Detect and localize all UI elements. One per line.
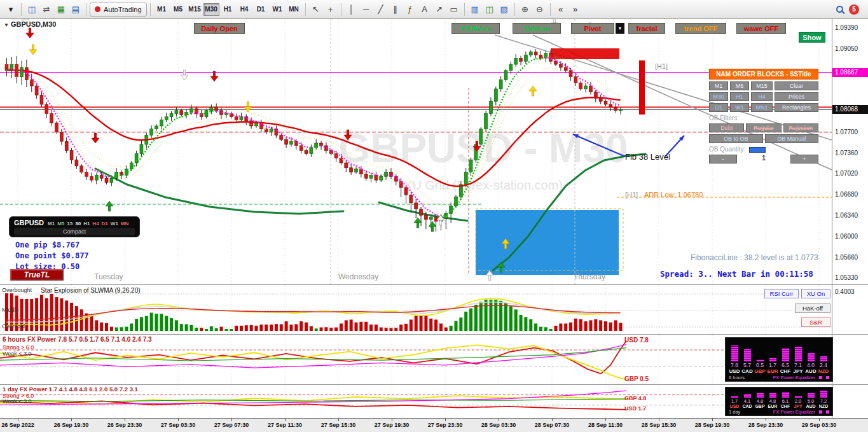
tile-windows-icon[interactable]: ▦ — [54, 3, 68, 17]
vertical-line-icon[interactable]: │ — [345, 3, 359, 17]
chart-button-fractal[interactable]: fractal — [628, 23, 665, 34]
ob-filter-debt-button[interactable]: Debt — [709, 123, 744, 132]
panel1-button-rsi-curr[interactable]: RSI Curr — [764, 289, 799, 298]
indicator3-axis[interactable] — [832, 385, 868, 418]
crosshair-icon[interactable]: ＋ — [324, 3, 338, 17]
timeframe-m30-button[interactable]: M30 — [203, 3, 219, 16]
toolbar-separator — [305, 3, 306, 16]
search-icon[interactable] — [836, 6, 843, 13]
ob-quantity-minus-button[interactable]: - — [709, 155, 737, 164]
truetl-tf-m5[interactable]: M5 — [57, 221, 64, 226]
step-forward-icon[interactable]: » — [568, 3, 582, 17]
channel-icon[interactable]: ∥ — [389, 3, 403, 17]
truetl-tf-h4[interactable]: H4 — [92, 221, 99, 226]
timeframe-m5-button[interactable]: M5 — [170, 3, 186, 16]
timeframe-d1-button[interactable]: D1 — [253, 3, 269, 16]
arrow-tool-icon[interactable]: ↗ — [432, 3, 446, 17]
ob-button-mn1[interactable]: MN1 — [751, 103, 773, 112]
chart-canvas[interactable]: GBPUSD - M30XU Grid (Forex-station.com) — [0, 19, 832, 284]
fibonacci-icon[interactable]: ƒ — [403, 3, 417, 17]
charts-grid-icon[interactable]: ◫ — [25, 3, 39, 17]
text-icon[interactable]: A — [418, 3, 432, 17]
eq-value: 1.7 — [731, 398, 738, 404]
data-window-icon[interactable]: ▤ — [69, 3, 83, 17]
eq-currency: CHF — [780, 368, 790, 374]
panel1-button-xu-on[interactable]: XU On — [801, 289, 830, 298]
panel1-button-hak-off[interactable]: HaK-off — [795, 303, 830, 313]
ob-quantity-plus-button[interactable]: + — [790, 155, 818, 164]
symbol-label[interactable]: ▼GBPUSD,M30 — [4, 20, 56, 28]
cascade-icon[interactable]: ▧ — [497, 3, 511, 17]
ob-button-h4[interactable]: H4 — [751, 92, 773, 101]
ob-quantity-input[interactable] — [749, 147, 766, 153]
ob-button-m30[interactable]: M30 — [709, 92, 728, 101]
tile-horizontal-icon[interactable]: ▥ — [468, 3, 482, 17]
ob-button-m5[interactable]: M5 — [730, 81, 749, 90]
price-tick: 1.06680 — [835, 191, 858, 198]
show-button[interactable]: Show — [799, 32, 825, 43]
time-label: 27 Sep 19:30 — [365, 422, 418, 428]
indicator2-axis[interactable] — [832, 335, 868, 384]
indicator3-name: 1 day FX Power 1.7 4.1 4.8 4.8 6.1 2.0 5… — [3, 386, 138, 393]
truetl-tf-mn[interactable]: MN — [121, 221, 128, 226]
ob-filter-regular-button[interactable]: Regular — [746, 123, 781, 132]
ob-ob-manual-button[interactable]: OB Manual — [765, 134, 819, 143]
ob-button-d1[interactable]: D1 — [709, 103, 728, 112]
truetl-tf-h1[interactable]: H1 — [83, 221, 90, 226]
ob-button-rectangles[interactable]: Rectangles — [775, 103, 818, 112]
chart-button-daily-open[interactable]: Daily Open — [194, 23, 245, 34]
time-label: 27 Sep 11:30 — [258, 422, 312, 428]
crosshair-move-icon[interactable]: ⇄ — [39, 3, 53, 17]
shapes-icon[interactable]: ▭ — [447, 3, 461, 17]
chart-button-wawe-off[interactable]: wawe OFF — [736, 23, 786, 34]
truetl-tf-d1[interactable]: D1 — [102, 221, 108, 226]
eq-bar — [769, 358, 776, 361]
time-tick — [499, 419, 499, 421]
chart-button-pivot[interactable]: Pivot — [571, 23, 614, 34]
new-chart-icon[interactable]: ▾ — [4, 3, 18, 17]
timeframe-h4-button[interactable]: H4 — [237, 3, 252, 16]
time-axis[interactable]: 26 Sep 202226 Sep 19:3026 Sep 23:3027 Se… — [0, 418, 868, 432]
ob-button-clear[interactable]: Clear — [775, 81, 818, 90]
truetl-tf-15[interactable]: 15 — [67, 221, 72, 226]
truetl-brand-button[interactable]: TrueTL — [10, 269, 64, 281]
cursor-icon[interactable]: ↖ — [309, 3, 323, 17]
timeframe-m1-button[interactable]: M1 — [154, 3, 170, 16]
trendline-icon[interactable]: ╱ — [374, 3, 388, 17]
step-back-icon[interactable]: « — [554, 3, 568, 17]
timeframe-w1-button[interactable]: W1 — [270, 3, 286, 16]
indicator2-weak-label: Weak < 3.0 — [3, 351, 32, 357]
timeframe-h1-button[interactable]: H1 — [220, 3, 236, 16]
tile-vertical-icon[interactable]: ◫ — [483, 3, 497, 17]
chart-button-t-env-cn[interactable]: T ENV-cn — [451, 23, 500, 34]
ob-button-prices[interactable]: Prices — [775, 92, 818, 101]
ob-filter-rejection-button[interactable]: Rejection — [783, 123, 818, 132]
zoom-in-icon[interactable]: ⊕ — [518, 3, 532, 17]
ob-button-m1[interactable]: M1 — [709, 81, 728, 90]
timeframe-mn-button[interactable]: MN — [286, 3, 302, 16]
indicator1-axis[interactable]: 0.4003 — [832, 285, 868, 334]
eq-currency: JPY — [794, 404, 802, 408]
panel1-button-s-r[interactable]: S&R — [801, 317, 830, 327]
ob-ob-to-ob-button[interactable]: OB to OB — [709, 134, 763, 143]
eq-value: 7.2 — [820, 398, 827, 404]
usd-power-label: USD 7.8 — [624, 337, 649, 344]
timeframe-m15-button[interactable]: M15 — [187, 3, 203, 16]
horizontal-line-icon[interactable]: ─ — [359, 3, 373, 17]
notification-badge[interactable]: 5 — [849, 4, 859, 15]
autotrading-button[interactable]: AutoTrading — [90, 3, 147, 17]
chart-button-trend-off[interactable]: trend OFF — [675, 23, 726, 34]
truetl-tf-w1[interactable]: W1 — [111, 221, 118, 226]
truetl-tf-30[interactable]: 30 — [75, 221, 81, 226]
price-axis[interactable]: 1.093901.090501.077001.073601.070201.066… — [832, 19, 868, 284]
truetl-compact-button[interactable]: Compact — [14, 228, 135, 235]
ob-button-h1[interactable]: H1 — [730, 92, 749, 101]
indicator-panel-fxpower-6h: 6 hours FX Power 7.8 5.7 0.5 1.7 6.5 7.1… — [0, 334, 868, 384]
ob-button-m15[interactable]: M15 — [751, 81, 773, 90]
truetl-tf-m1[interactable]: M1 — [48, 221, 55, 226]
chart-button-grid-on[interactable]: Grid-on — [513, 23, 561, 34]
ob-button-w1[interactable]: W1 — [730, 103, 749, 112]
eq-currency: GBP — [754, 368, 765, 374]
zoom-out-icon[interactable]: ⊖ — [533, 3, 547, 17]
pivot-dropdown-button[interactable]: ▼ — [616, 23, 624, 34]
